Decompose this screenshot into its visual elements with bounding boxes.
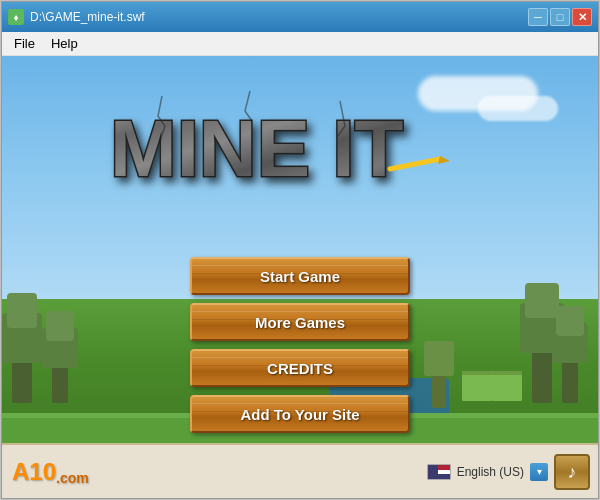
- game-logo: MINE IT: [100, 81, 500, 201]
- add-to-site-button[interactable]: Add To Your Site: [190, 395, 410, 433]
- credits-button[interactable]: CREDITS: [190, 349, 410, 387]
- a10-suffix: .com: [56, 470, 89, 486]
- maximize-button[interactable]: □: [550, 8, 570, 26]
- svg-marker-22: [438, 156, 450, 164]
- more-games-button[interactable]: More Games: [190, 303, 410, 341]
- buttons-container: Start Game More Games CREDITS Add To You…: [190, 257, 410, 433]
- file-menu[interactable]: File: [6, 34, 43, 53]
- us-flag-icon: [427, 464, 451, 480]
- svg-rect-8: [525, 283, 559, 318]
- bottom-bar: A10.com English (US) ▾ ♪: [2, 443, 598, 498]
- language-selector[interactable]: English (US) ▾: [427, 463, 548, 481]
- svg-rect-17: [492, 371, 522, 375]
- window-title: D:\GAME_mine-it.swf: [30, 10, 528, 24]
- svg-rect-15: [462, 371, 492, 375]
- game-area: MINE IT: [2, 56, 598, 498]
- language-label: English (US): [457, 465, 524, 479]
- language-dropdown-icon[interactable]: ▾: [530, 463, 548, 481]
- window-controls: ─ □ ✕: [528, 8, 592, 26]
- svg-rect-5: [46, 311, 74, 341]
- svg-text:MINE IT: MINE IT: [110, 104, 403, 193]
- main-window: ♦ D:\GAME_mine-it.swf ─ □ ✕ File Help: [1, 1, 599, 499]
- help-menu[interactable]: Help: [43, 34, 86, 53]
- music-icon: ♪: [568, 462, 577, 483]
- window-icon: ♦: [8, 9, 24, 25]
- svg-rect-16: [492, 371, 522, 401]
- a10-text: A10: [12, 458, 56, 485]
- close-button[interactable]: ✕: [572, 8, 592, 26]
- svg-rect-2: [7, 293, 37, 328]
- svg-rect-13: [424, 341, 454, 376]
- svg-rect-11: [556, 306, 584, 336]
- start-game-button[interactable]: Start Game: [190, 257, 410, 295]
- minimize-button[interactable]: ─: [528, 8, 548, 26]
- a10-brand: A10.com: [12, 458, 89, 486]
- music-button[interactable]: ♪: [554, 454, 590, 490]
- menu-bar: File Help: [2, 32, 598, 56]
- title-bar: ♦ D:\GAME_mine-it.swf ─ □ ✕: [2, 2, 598, 32]
- game-logo-container: MINE IT: [90, 76, 510, 206]
- svg-rect-14: [462, 371, 492, 401]
